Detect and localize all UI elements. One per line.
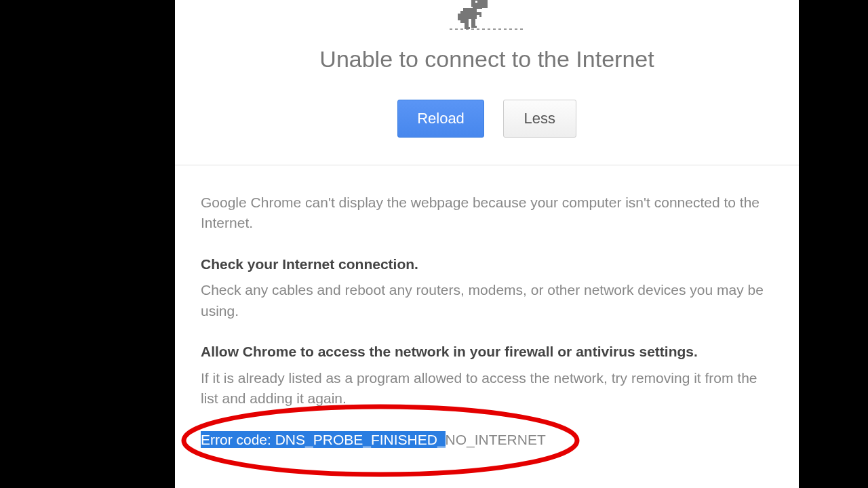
section-body-0: Check any cables and reboot any routers,… <box>201 280 773 321</box>
svg-rect-4 <box>463 8 477 19</box>
svg-rect-12 <box>471 26 477 28</box>
error-description: Google Chrome can't display the webpage … <box>201 192 773 234</box>
section-body-1: If it is already listed as a program all… <box>201 368 773 409</box>
details-section: Google Chrome can't display the webpage … <box>175 165 799 450</box>
dino-icon <box>202 0 772 34</box>
svg-rect-6 <box>458 14 462 20</box>
error-page: Unable to connect to the Internet Reload… <box>175 0 799 488</box>
reload-button[interactable]: Reload <box>397 100 484 138</box>
less-button[interactable]: Less <box>503 100 576 138</box>
section-title-0: Check your Internet connection. <box>201 254 773 274</box>
svg-rect-8 <box>479 12 481 17</box>
svg-rect-10 <box>465 27 470 29</box>
error-heading: Unable to connect to the Internet <box>202 46 772 73</box>
error-code-selected: Error code: DNS_PROBE_FINISHED_ <box>201 431 446 448</box>
top-section: Unable to connect to the Internet Reload… <box>175 0 799 165</box>
svg-rect-1 <box>471 0 474 7</box>
section-title-1: Allow Chrome to access the network in yo… <box>201 342 773 362</box>
error-code-line: Error code: DNS_PROBE_FINISHED_NO_INTERN… <box>201 430 773 450</box>
svg-rect-2 <box>475 1 477 3</box>
button-row: Reload Less <box>202 100 772 138</box>
svg-rect-9 <box>465 19 469 28</box>
error-code-rest: NO_INTERNET <box>446 432 546 447</box>
